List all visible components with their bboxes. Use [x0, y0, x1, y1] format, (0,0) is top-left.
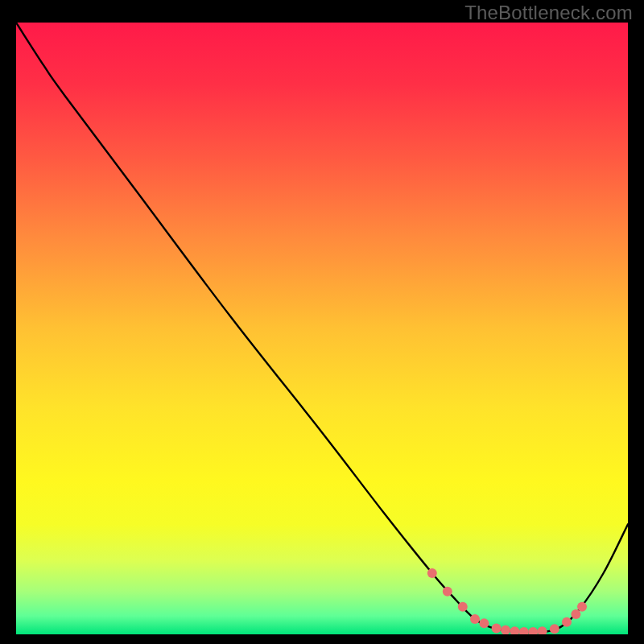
- watermark-text: TheBottleneck.com: [464, 2, 633, 24]
- highlight-dot: [538, 626, 547, 636]
- highlight-dot: [510, 626, 519, 636]
- bottleneck-chart: [0, 0, 644, 644]
- highlight-dot: [528, 627, 538, 637]
- highlight-dot: [470, 614, 480, 624]
- highlight-dot: [427, 568, 437, 578]
- highlight-dot: [501, 625, 510, 635]
- highlight-dot: [577, 602, 587, 612]
- highlight-dot: [443, 587, 452, 597]
- plot-background: [16, 23, 628, 634]
- highlight-dot: [519, 627, 529, 637]
- highlight-dot: [562, 617, 572, 627]
- highlight-dot: [492, 623, 502, 633]
- highlight-dot: [479, 618, 489, 628]
- highlight-dot: [550, 624, 559, 634]
- highlight-dot: [458, 602, 468, 612]
- chart-frame: TheBottleneck.com: [0, 0, 644, 644]
